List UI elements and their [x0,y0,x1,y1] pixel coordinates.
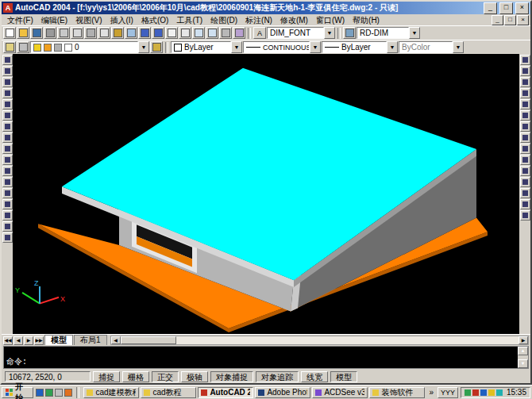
dim-style-icon[interactable] [343,27,356,39]
menu-绘图(D)[interactable]: 绘图(D) [206,15,241,25]
rectangle-button[interactable] [2,99,13,109]
menu-窗口(W)[interactable]: 窗口(W) [312,15,349,25]
make-object-layer-current-button[interactable] [150,41,163,53]
menu-工具(T)[interactable]: 工具(T) [172,15,206,25]
command-scrollbar[interactable]: ▲ ▼ [518,347,528,368]
menu-帮助(H)[interactable]: 帮助(H) [349,15,384,25]
layer-combo[interactable]: 0 ▼ [30,41,149,53]
task-button-AutoCAD 200...[interactable]: AutoCAD 200... [198,387,253,398]
status-toggle-对象捕捉[interactable]: 对象捕捉 [210,371,253,382]
stretch-button[interactable] [520,144,530,154]
insert-block-button[interactable] [2,177,13,187]
undo-button[interactable] [138,27,151,39]
make-block-button[interactable] [2,188,13,198]
scroll-left-icon[interactable]: ◀ [111,336,121,344]
mirror-button[interactable] [520,77,530,87]
cut-button[interactable] [84,27,97,39]
plot-button[interactable] [44,27,56,39]
match-properties-button[interactable] [125,27,137,39]
chevron-down-icon[interactable]: ▼ [409,27,420,39]
menu-文件(F)[interactable]: 文件(F) [3,15,37,25]
open-button[interactable] [17,27,29,39]
multiline-text-button[interactable] [2,232,13,243]
command-window[interactable]: 命令: ▲ ▼ [3,346,529,369]
tab-nav-icon-0[interactable]: ◀◀ [3,336,13,345]
point-button[interactable] [2,199,13,209]
copy-button[interactable] [98,27,110,39]
task-button-装饰软件[interactable]: 装饰软件 [369,387,425,398]
tab-nav-icon-3[interactable]: ▶▶ [34,336,44,345]
paste-button[interactable] [111,27,124,39]
trim-button[interactable] [520,155,530,165]
taskbar-chevron[interactable]: » [427,388,435,397]
status-toggle-线宽[interactable]: 线宽 [301,371,328,382]
tab-layout1[interactable]: 布局1 [74,335,107,345]
status-toggle-模型[interactable]: 模型 [330,371,357,382]
horizontal-scrollbar[interactable]: ◀ ▶ [110,336,529,345]
hatch-button[interactable] [2,210,13,221]
chamfer-button[interactable] [520,188,530,198]
restore-button[interactable]: □ [499,2,513,14]
arc-button[interactable] [2,110,13,121]
save-button[interactable] [30,27,43,39]
chevron-down-icon[interactable]: ▼ [324,27,335,39]
scrollbar-thumb[interactable] [121,336,176,344]
construction-line-button[interactable] [2,66,13,76]
tab-model[interactable]: 模型 [44,335,73,345]
layer-properties-manager-button[interactable] [3,41,16,53]
dim-style-combo[interactable]: RD-DIM ▼ [357,27,420,39]
explode-button[interactable] [520,210,530,221]
status-toggle-对象追踪[interactable]: 对象追踪 [256,371,299,382]
copy-object-button[interactable] [520,66,530,76]
lineweight-combo[interactable]: ByLayer ▼ [322,41,398,53]
scroll-up-icon[interactable]: ▲ [518,347,528,355]
language-indicator[interactable]: YYY [438,387,458,398]
extend-button[interactable] [520,166,530,176]
tab-nav-icon-2[interactable]: ▶ [24,336,33,345]
menu-修改(M)[interactable]: 修改(M) [276,15,312,25]
chevron-down-icon[interactable]: ▼ [310,41,321,53]
chevron-down-icon[interactable]: ▼ [387,41,398,53]
quicklaunch-icon-3[interactable] [64,389,72,397]
quicklaunch-icon-1[interactable] [45,389,53,397]
mdi-restore-button[interactable]: □ [504,15,516,25]
plot-preview-button[interactable] [57,27,70,39]
status-toggle-栅格[interactable]: 栅格 [122,371,149,382]
mdi-minimize-button[interactable]: _ [492,15,503,25]
chevron-down-icon[interactable]: ▼ [138,41,149,53]
zoom-previous-button[interactable] [206,27,218,39]
designcenter-button[interactable] [233,27,245,39]
erase-button[interactable] [520,55,530,65]
region-button[interactable] [2,221,13,232]
mdi-close-button[interactable]: × [517,15,529,25]
zoom-realtime-button[interactable] [179,27,191,39]
ellipse-button[interactable] [2,155,13,165]
drawing-area[interactable]: X Y Z [13,54,519,334]
menu-视图(V)[interactable]: 视图(V) [71,15,106,25]
polyline-button[interactable] [2,77,13,87]
task-button-cad建模教程[interactable]: cad建模教程 [83,387,139,398]
ellipse-arc-button[interactable] [2,166,13,176]
circle-button[interactable] [2,121,13,132]
color-combo[interactable]: ByLayer ▼ [171,41,242,53]
pan-realtime-button[interactable] [165,27,178,39]
zoom-window-button[interactable] [192,27,205,39]
scrollbar-track[interactable] [176,336,519,344]
polygon-button[interactable] [2,88,13,98]
task-button-ACDSee v3.1...[interactable]: ACDSee v3.1... [312,387,368,398]
quicklaunch-icon-0[interactable] [36,389,44,397]
array-button[interactable] [520,99,530,109]
task-button-Adobe Photo...[interactable]: Adobe Photo... [255,387,310,398]
fillet-button[interactable] [520,199,530,209]
text-style-combo[interactable]: DIM_FONT ▼ [267,27,335,39]
scroll-right-icon[interactable]: ▶ [519,336,528,344]
minimize-button[interactable]: _ [484,2,497,14]
move-button[interactable] [520,110,530,121]
text-style-icon[interactable]: A [253,27,266,39]
tab-nav-icon-1[interactable]: ◀ [13,336,23,345]
spline-button[interactable] [2,144,13,154]
menu-标注(N)[interactable]: 标注(N) [241,15,276,25]
revision-cloud-button[interactable] [2,132,13,143]
layer-previous-button[interactable] [17,41,29,53]
chevron-down-icon[interactable]: ▼ [231,41,242,53]
